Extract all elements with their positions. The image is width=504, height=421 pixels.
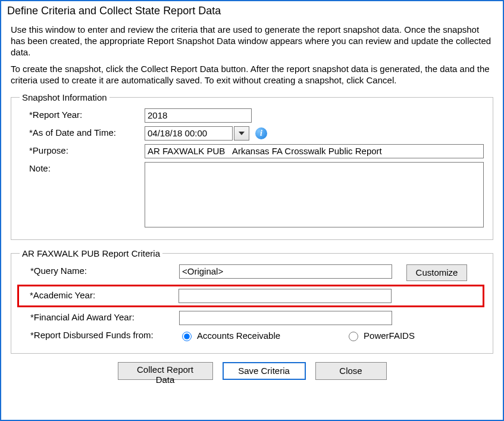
radio-accounts-receivable-input[interactable] — [182, 332, 192, 341]
intro-paragraph-2: To create the snapshot, click the Collec… — [11, 64, 493, 86]
close-button[interactable]: Close — [315, 362, 387, 380]
note-textarea[interactable] — [145, 162, 484, 227]
query-name-input[interactable] — [179, 264, 392, 279]
row-note: Note: — [20, 162, 484, 227]
label-disbursed-from: *Report Disbursed Funds from: — [20, 329, 179, 341]
radio-powerfaids-label: PowerFAIDS — [364, 330, 415, 341]
report-year-input[interactable] — [145, 108, 252, 123]
row-report-year: *Report Year: — [20, 108, 484, 123]
label-purpose: *Purpose: — [20, 144, 145, 157]
row-academic-year-highlighted: *Academic Year: — [17, 285, 484, 307]
financial-aid-year-input[interactable] — [179, 311, 392, 325]
info-icon[interactable]: i — [255, 127, 267, 139]
academic-year-input[interactable] — [179, 289, 392, 303]
report-criteria-group: AR FAXWALK PUB Report Criteria *Query Na… — [11, 248, 493, 354]
row-financial-aid-year: *Financial Aid Award Year: — [20, 311, 484, 325]
dialog-window: Define Criteria and Collect State Report… — [0, 0, 504, 421]
customize-button[interactable]: Customize — [406, 264, 467, 281]
snapshot-information-group: Snapshot Information *Report Year: *As o… — [11, 92, 493, 240]
purpose-input[interactable] — [145, 144, 484, 158]
row-purpose: *Purpose: — [20, 144, 484, 158]
row-as-of-date: *As of Date and Time: i — [20, 126, 484, 141]
radio-accounts-receivable-label: Accounts Receivable — [197, 330, 280, 341]
label-note: Note: — [20, 162, 145, 174]
label-report-year: *Report Year: — [20, 108, 145, 121]
radio-accounts-receivable[interactable]: Accounts Receivable — [179, 330, 280, 341]
intro-text: Use this window to enter and review the … — [11, 24, 493, 86]
disbursed-from-radio-group: Accounts Receivable PowerFAIDS — [179, 329, 415, 341]
snapshot-legend: Snapshot Information — [20, 92, 109, 102]
label-as-of-date: *As of Date and Time: — [20, 126, 145, 139]
radio-powerfaids[interactable]: PowerFAIDS — [346, 330, 415, 341]
collect-report-data-button[interactable]: Collect Report Data — [118, 362, 213, 380]
criteria-legend: AR FAXWALK PUB Report Criteria — [20, 248, 162, 258]
window-title: Define Criteria and Collect State Report… — [1, 1, 503, 20]
label-query-name: *Query Name: — [20, 264, 179, 277]
as-of-date-input[interactable] — [145, 126, 233, 141]
label-financial-aid-year: *Financial Aid Award Year: — [20, 311, 179, 323]
row-disbursed-from: *Report Disbursed Funds from: Accounts R… — [20, 329, 484, 341]
save-criteria-button[interactable]: Save Criteria — [223, 362, 306, 380]
as-of-date-dropdown-button[interactable] — [234, 126, 249, 141]
label-academic-year: *Academic Year: — [21, 289, 179, 301]
footer-button-bar: Collect Report Data Save Criteria Close — [11, 362, 493, 380]
radio-powerfaids-input[interactable] — [349, 332, 358, 341]
chevron-down-icon — [239, 132, 245, 135]
row-query-name: *Query Name: Customize — [20, 264, 484, 281]
content-area: Use this window to enter and review the … — [1, 20, 503, 380]
intro-paragraph-1: Use this window to enter and review the … — [11, 24, 493, 58]
